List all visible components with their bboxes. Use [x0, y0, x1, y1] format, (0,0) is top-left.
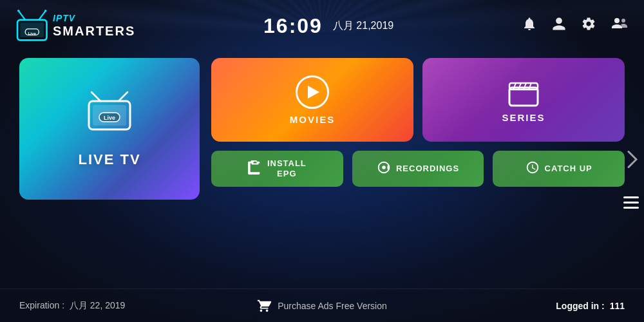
play-icon-circle [296, 75, 329, 109]
svg-text:Live: Live [104, 115, 115, 121]
footer-expiry: Expiration : 八月 22, 2019 [19, 300, 221, 312]
play-triangle [308, 86, 319, 99]
purchase-text: Purchase Ads Free Version [278, 301, 387, 311]
footer: Expiration : 八月 22, 2019 Purchase Ads Fr… [0, 289, 644, 322]
logo-smarters-text: SMARTERS [53, 24, 135, 38]
hamburger-menu-icon[interactable] [623, 196, 639, 213]
footer-purchase[interactable]: Purchase Ads Free Version [221, 299, 422, 313]
svg-rect-28 [623, 207, 639, 209]
profile-icon[interactable] [551, 16, 567, 35]
logged-value: 111 [610, 301, 625, 311]
movies-label: MOVIES [290, 114, 335, 125]
book-icon [248, 160, 262, 178]
svg-point-23 [382, 166, 386, 169]
svg-line-3 [39, 11, 46, 20]
svg-text:Live: Live [28, 31, 37, 35]
logo-tv-icon: Live [13, 6, 58, 45]
bottom-buttons: INSTALL EPG RECORDINGS [211, 151, 625, 187]
cart-icon [257, 299, 271, 313]
logged-label: Logged in : [556, 301, 604, 311]
svg-line-12 [91, 92, 100, 101]
expiry-date: 八月 22, 2019 [70, 300, 125, 310]
logo-iptv-text: IPTV [53, 14, 135, 23]
expiry-label: Expiration : [19, 300, 64, 310]
header-icons [522, 16, 629, 35]
top-cards: MOVIES [211, 58, 625, 142]
clapperboard-icon [507, 77, 540, 107]
settings-icon[interactable] [581, 16, 596, 35]
svg-point-8 [614, 18, 620, 23]
live-tv-icon-wrap: Live [84, 90, 135, 136]
install-epg-label: INSTALL EPG [267, 158, 307, 178]
recordings-label: RECORDINGS [396, 164, 459, 174]
catchup-icon [526, 160, 540, 178]
svg-point-9 [621, 19, 625, 23]
bell-icon[interactable] [522, 16, 537, 35]
svg-point-5 [44, 10, 47, 12]
svg-rect-27 [623, 202, 639, 204]
series-card[interactable]: SERIES [422, 58, 625, 142]
install-epg-button[interactable]: INSTALL EPG [211, 151, 343, 187]
catch-up-label: CATCH UP [545, 164, 592, 174]
header-center: 16:09 八月 21,2019 [135, 14, 522, 38]
live-tv-icon: Live [84, 90, 135, 133]
time-display: 16:09 [263, 14, 323, 38]
recordings-icon [377, 160, 391, 178]
recordings-button[interactable]: RECORDINGS [352, 151, 484, 187]
logo-area: Live IPTV SMARTERS [13, 6, 135, 45]
svg-rect-25 [387, 165, 390, 169]
svg-point-4 [17, 10, 20, 12]
right-section: MOVIES [211, 58, 625, 187]
svg-line-2 [19, 11, 26, 20]
switch-user-icon[interactable] [611, 16, 629, 35]
series-label: SERIES [502, 112, 545, 123]
header: Live IPTV SMARTERS 16:09 八月 21,2019 [0, 0, 644, 52]
svg-rect-26 [623, 196, 639, 198]
chevron-right-icon[interactable] [626, 149, 639, 173]
date-display: 八月 21,2019 [333, 19, 393, 33]
live-tv-label: LIVE TV [78, 151, 140, 168]
footer-logged: Logged in : 111 [423, 301, 625, 311]
movies-card[interactable]: MOVIES [211, 58, 413, 142]
svg-line-13 [118, 92, 128, 101]
catch-up-button[interactable]: CATCH UP [493, 151, 625, 187]
main-content: Live LIVE TV MOVIES [0, 52, 644, 289]
live-tv-card[interactable]: Live LIVE TV [19, 58, 200, 200]
